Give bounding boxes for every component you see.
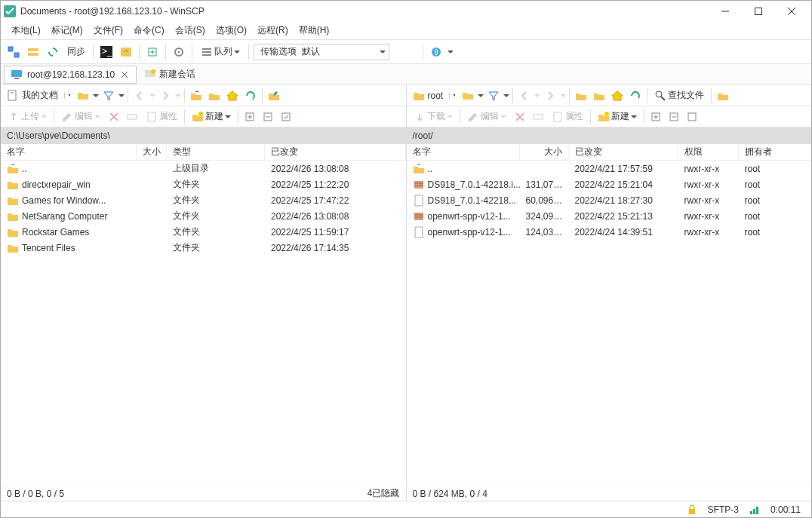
menu-options[interactable]: 选项(O) — [211, 23, 251, 38]
table-row[interactable]: Tencent Files文件夹2022/4/26 17:14:35 — [1, 240, 406, 256]
new-session-tab[interactable]: 新建会话 — [138, 68, 201, 81]
forward-icon[interactable] — [157, 87, 174, 104]
col-size[interactable]: 大小 — [137, 144, 167, 160]
plus-icon[interactable] — [241, 109, 258, 125]
table-row[interactable]: ..2022/4/21 17:57:59rwxr-xr-xroot — [407, 161, 812, 176]
col-name[interactable]: 名字 — [407, 144, 520, 160]
edit-button[interactable]: 编辑 — [463, 109, 510, 125]
chevron-down-icon[interactable] — [478, 93, 484, 99]
home-icon[interactable] — [224, 87, 241, 104]
filter-icon[interactable] — [485, 87, 502, 104]
col-type[interactable]: 类型 — [167, 144, 265, 160]
session-tab[interactable]: root@192.168.123.10 — [4, 66, 137, 84]
menu-files[interactable]: 文件(F) — [89, 23, 128, 38]
home-icon[interactable] — [609, 87, 626, 104]
table-row[interactable]: DS918_7.0.1-42218.i...131,072...2022/4/2… — [407, 176, 812, 192]
col-perms[interactable]: 权限 — [678, 144, 739, 160]
file-changed: 2022/4/21 17:57:59 — [569, 163, 678, 175]
upload-button[interactable]: 上传 — [4, 109, 51, 125]
chevron-down-icon[interactable] — [118, 93, 125, 99]
menu-help[interactable]: 帮助(H) — [294, 23, 334, 38]
table-row[interactable]: Games for Window...文件夹2022/4/25 17:47:22 — [1, 192, 406, 208]
local-drive-combo[interactable]: 我的文档 — [4, 87, 73, 104]
back-icon[interactable] — [131, 87, 148, 104]
find-files-button[interactable]: 查找文件 — [651, 87, 708, 104]
new-session-icon[interactable] — [428, 44, 444, 60]
table-row[interactable]: openwrt-spp-v12-1...124,032...2022/4/24 … — [407, 224, 812, 240]
col-owner[interactable]: 拥有者 — [739, 144, 812, 160]
chevron-down-icon[interactable] — [93, 93, 99, 99]
plus-icon[interactable] — [647, 109, 664, 125]
svg-rect-63 — [753, 509, 755, 514]
properties-button[interactable]: 属性 — [142, 109, 181, 125]
parent-folder-icon[interactable] — [573, 87, 589, 104]
minimize-button[interactable] — [709, 1, 742, 22]
file-owner: root — [739, 226, 812, 238]
table-row[interactable]: ..上级目录2022/4/26 13:08:08 — [1, 161, 406, 176]
local-list-header[interactable]: 名字 大小 类型 已改变 — [1, 144, 406, 161]
compare-icon[interactable] — [25, 44, 42, 60]
sync-icon[interactable] — [45, 44, 61, 60]
open-folder-icon[interactable] — [460, 87, 476, 104]
download-button[interactable]: 下载 — [410, 109, 457, 125]
select-icon[interactable] — [278, 109, 294, 125]
new-button[interactable]: 新建 — [188, 109, 235, 125]
table-row[interactable]: NetSarang Computer文件夹2022/4/26 13:08:08 — [1, 208, 406, 224]
remote-list-header[interactable]: 名字 大小 已改变 权限 拥有者 — [407, 144, 812, 161]
queue-button[interactable]: 队列 — [197, 44, 244, 60]
edit-button[interactable]: 编辑 — [57, 109, 104, 125]
new-button[interactable]: 新建 — [594, 109, 641, 125]
col-changed[interactable]: 已改变 — [569, 144, 678, 160]
bookmark-icon[interactable] — [715, 87, 731, 104]
table-row[interactable]: Rockstar Games文件夹2022/4/25 11:59:17 — [1, 224, 406, 240]
filter-icon[interactable] — [100, 87, 117, 104]
refresh-icon[interactable] — [627, 87, 644, 104]
close-tab-icon[interactable] — [119, 69, 130, 80]
root-folder-icon[interactable] — [206, 87, 223, 104]
col-size[interactable]: 大小 — [520, 144, 569, 160]
remote-drive-combo[interactable]: root — [410, 87, 459, 104]
back-icon[interactable] — [516, 87, 533, 104]
menu-remote[interactable]: 远程(R) — [253, 23, 293, 38]
sync-browse-icon[interactable] — [5, 44, 22, 60]
menu-mark[interactable]: 标记(M) — [47, 23, 88, 38]
chevron-down-icon[interactable] — [448, 49, 454, 55]
rename-icon[interactable] — [124, 109, 140, 125]
chevron-down-icon[interactable] — [503, 93, 509, 99]
svg-rect-45 — [554, 112, 561, 121]
sync-folders-icon[interactable] — [118, 44, 134, 60]
bookmark-icon[interactable] — [266, 87, 282, 104]
root-folder-icon[interactable] — [591, 87, 607, 104]
transfer-settings-combo[interactable]: 传输选项 默认 — [254, 44, 389, 60]
menu-commands[interactable]: 命令(C) — [129, 23, 169, 38]
remote-file-list[interactable]: ..2022/4/21 17:57:59rwxr-xr-xrootDS918_7… — [407, 161, 812, 486]
delete-icon[interactable] — [512, 109, 528, 125]
table-row[interactable]: DS918_7.0.1-42218...60,096 ...2022/4/21 … — [407, 192, 812, 208]
menu-session[interactable]: 会话(S) — [171, 23, 210, 38]
open-folder-icon[interactable] — [75, 87, 91, 104]
col-changed[interactable]: 已改变 — [265, 144, 406, 160]
menu-local[interactable]: 本地(L) — [7, 23, 45, 38]
file-changed: 2022/4/25 11:22:20 — [265, 179, 406, 191]
delete-icon[interactable] — [106, 109, 122, 125]
gear-icon[interactable] — [171, 44, 187, 60]
maximize-button[interactable] — [742, 1, 775, 22]
properties-icon — [552, 111, 564, 123]
terminal-icon[interactable]: >_ — [98, 44, 115, 60]
properties-button[interactable]: 属性 — [548, 109, 587, 125]
rename-icon[interactable] — [530, 109, 546, 125]
select-icon[interactable] — [684, 109, 700, 125]
add-queue-icon[interactable] — [144, 44, 161, 60]
minus-icon[interactable] — [260, 109, 276, 125]
local-file-list[interactable]: ..上级目录2022/4/26 13:08:08directxrepair_wi… — [1, 161, 406, 486]
minus-icon[interactable] — [666, 109, 682, 125]
svg-line-41 — [661, 97, 665, 100]
table-row[interactable]: directxrepair_win文件夹2022/4/25 11:22:20 — [1, 176, 406, 192]
refresh-icon[interactable] — [242, 87, 259, 104]
close-button[interactable] — [775, 1, 808, 22]
parent-folder-icon[interactable] — [188, 87, 205, 104]
col-name[interactable]: 名字 — [1, 144, 137, 160]
sync-label[interactable]: 同步 — [64, 45, 88, 58]
forward-icon[interactable] — [542, 87, 558, 104]
table-row[interactable]: openwrt-spp-v12-1...324,096...2022/4/22 … — [407, 208, 812, 224]
